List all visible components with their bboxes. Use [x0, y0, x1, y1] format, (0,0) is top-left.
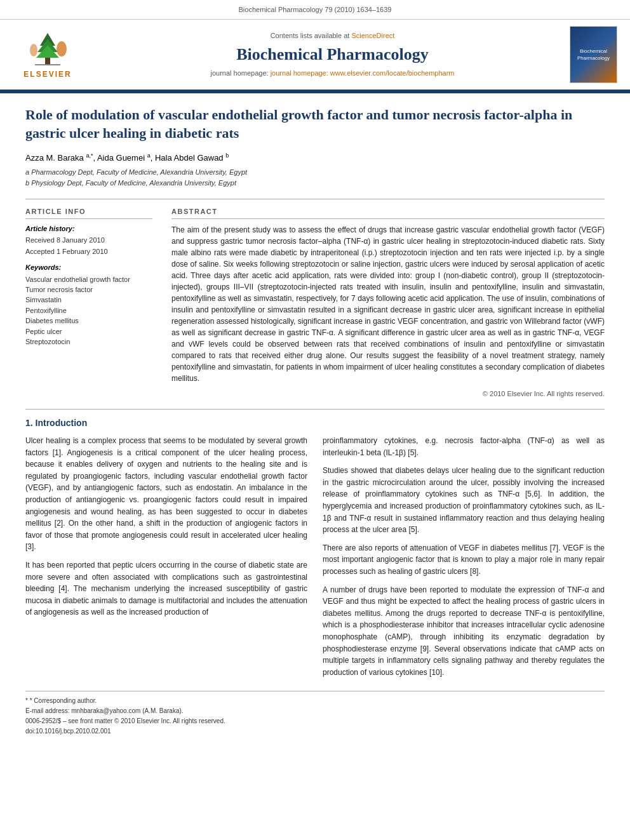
email-note: E-mail address: mnhbaraka@yahoo.com (A.M… — [25, 707, 605, 716]
journal-header: ELSEVIER Contents lists available at Sci… — [0, 20, 630, 91]
homepage-label: journal homepage: — [210, 69, 270, 77]
thumb-text: BiochemicalPharmacology — [577, 48, 610, 62]
intro-right-para-2: Studies showed that diabetes delays ulce… — [323, 465, 605, 536]
intro-right-para-4: A number of drugs have been reported to … — [323, 584, 605, 679]
elsevier-label: ELSEVIER — [23, 69, 71, 80]
svg-point-6 — [30, 44, 37, 57]
intro-left-para-1: Ulcer healing is a complex process that … — [25, 435, 307, 553]
corresponding-star: * — [25, 697, 30, 704]
abstract-col: ABSTRACT The aim of the present study wa… — [171, 207, 605, 399]
elsevier-tree-icon — [22, 30, 73, 68]
doi-note: doi:10.1016/j.bcp.2010.02.001 — [25, 727, 605, 736]
intro-right-para-3: There are also reports of attenuation of… — [323, 542, 605, 578]
keyword-4: Pentoxifylline — [25, 306, 152, 316]
abstract-header: ABSTRACT — [171, 207, 605, 219]
received-date: Received 8 January 2010 — [25, 236, 152, 245]
keyword-5: Diabetes mellitus — [25, 316, 152, 326]
journal-name: Biochemical Pharmacology — [95, 43, 570, 66]
svg-point-5 — [57, 41, 67, 57]
homepage-link[interactable]: journal homepage: www.elsevier.com/locat… — [271, 69, 455, 77]
keywords-title: Keywords: — [25, 263, 152, 272]
section-divider-2 — [25, 409, 605, 410]
article-history-title: Article history: — [25, 224, 152, 234]
svg-rect-0 — [45, 57, 50, 65]
elsevier-logo: ELSEVIER — [13, 30, 83, 80]
intro-right-para-1: proinflammatory cytokines, e.g. necrosis… — [323, 435, 605, 458]
section-divider-1 — [25, 199, 605, 199]
affiliations: a Pharmacology Dept, Faculty of Medicine… — [25, 168, 605, 189]
intro-left-para-2: It has been reported that peptic ulcers … — [25, 559, 307, 618]
abstract-text: The aim of the present study was to asse… — [171, 224, 605, 384]
authors: Azza M. Baraka a,*, Aida Guemei a, Hala … — [25, 151, 605, 164]
page: Biochemical Pharmacology 79 (2010) 1634–… — [0, 0, 630, 840]
article-title: Role of modulation of vascular endotheli… — [25, 106, 605, 142]
article-info-col: ARTICLE INFO Article history: Received 8… — [25, 207, 152, 399]
journal-citation: Biochemical Pharmacology 79 (2010) 1634–… — [239, 6, 392, 13]
sciencedirect-line: Contents lists available at ScienceDirec… — [95, 31, 570, 41]
keywords-section: Keywords: Vascular endothelial growth fa… — [25, 263, 152, 347]
contents-available-text: Contents lists available at — [271, 32, 350, 39]
keyword-7: Streptozotocin — [25, 337, 152, 347]
email-label: E-mail address: — [25, 707, 69, 714]
article-info-header: ARTICLE INFO — [25, 207, 152, 219]
intro-right-col: proinflammatory cytokines, e.g. necrosis… — [323, 435, 605, 678]
keyword-6: Peptic ulcer — [25, 327, 152, 337]
intro-left-col: Ulcer healing is a complex process that … — [25, 435, 307, 678]
footer-area: * * Corresponding author. E-mail address… — [25, 691, 605, 736]
intro-two-col: Ulcer healing is a complex process that … — [25, 435, 605, 678]
corresponding-label: * Corresponding author. — [30, 697, 97, 704]
keyword-3: Simvastatin — [25, 295, 152, 305]
keyword-1: Vascular endothelial growth factor — [25, 275, 152, 284]
author-names: Azza M. Baraka a,*, Aida Guemei a, Hala … — [25, 153, 229, 163]
journal-title-center: Contents lists available at ScienceDirec… — [95, 31, 570, 79]
sciencedirect-link[interactable]: ScienceDirect — [351, 32, 394, 39]
copyright-line: © 2010 Elsevier Inc. All rights reserved… — [171, 389, 605, 399]
top-bar: Biochemical Pharmacology 79 (2010) 1634–… — [0, 0, 630, 20]
keyword-2: Tumor necrosis factor — [25, 285, 152, 295]
journal-thumbnail: BiochemicalPharmacology — [570, 26, 617, 83]
article-content: Role of modulation of vascular endotheli… — [0, 93, 630, 750]
svg-rect-1 — [35, 64, 60, 65]
intro-heading: 1. Introduction — [25, 417, 605, 430]
journal-homepage: journal homepage: journal homepage: www.… — [95, 69, 570, 78]
issn-note: 0006-2952/$ – see front matter © 2010 El… — [25, 717, 605, 726]
corresponding-author-note: * * Corresponding author. — [25, 697, 605, 705]
affiliation-b: b Physiology Dept, Faculty of Medicine, … — [25, 178, 605, 188]
email-address: mnhbaraka@yahoo.com (A.M. Baraka). — [71, 707, 183, 714]
accepted-date: Accepted 1 February 2010 — [25, 247, 152, 257]
affiliation-a: a Pharmacology Dept, Faculty of Medicine… — [25, 168, 605, 177]
article-info-abstract-row: ARTICLE INFO Article history: Received 8… — [25, 207, 605, 399]
intro-section: 1. Introduction Ulcer healing is a compl… — [25, 417, 605, 678]
